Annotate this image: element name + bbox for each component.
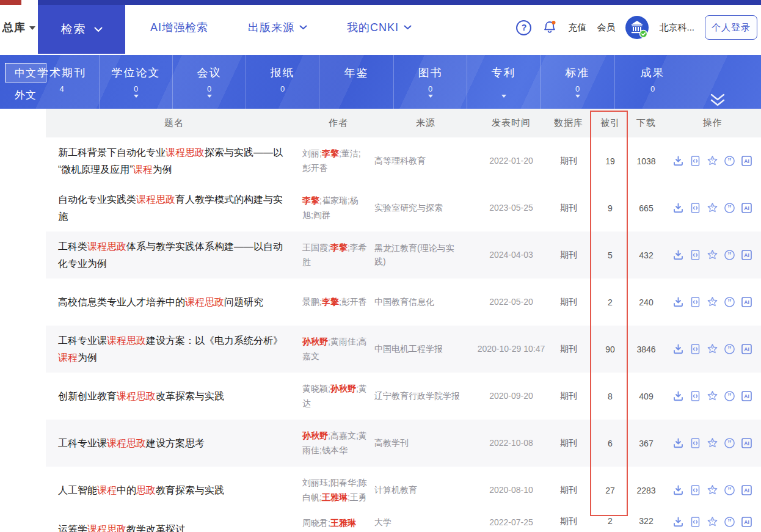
category-tab-8[interactable]: 成果 0 (615, 55, 690, 109)
favorite-star-icon[interactable] (707, 249, 718, 261)
source-link[interactable]: 计算机教育 (374, 484, 477, 497)
download-icon[interactable] (672, 484, 684, 496)
notification-bell-icon[interactable] (542, 20, 558, 35)
column-header-4[interactable]: 数据库 (545, 117, 592, 129)
library-scope-dropdown[interactable]: 总库 (0, 0, 38, 55)
authors[interactable]: 周晓君;王雅琳 (302, 516, 374, 530)
cited-count[interactable]: 27 (592, 486, 628, 495)
ai-assistant-icon[interactable]: AI (741, 202, 752, 214)
paper-title-link[interactable]: 创新创业教育课程思政改革探索与实践 (46, 383, 302, 410)
authors[interactable]: 李擎;崔家瑞;杨旭;阎群 (302, 194, 374, 222)
top-nav-link-1[interactable]: 出版来源 (248, 20, 307, 35)
source-link[interactable]: 实验室研究与探索 (374, 202, 477, 215)
top-nav-link-2[interactable]: 我的CNKI (347, 20, 412, 35)
paper-title-link[interactable]: 运筹学课程思政教学改革探讨 (46, 516, 302, 532)
language-tab[interactable]: 外文 (5, 85, 46, 104)
paper-title-link[interactable]: 工科专业课课程思政建设方案思考 (46, 430, 302, 457)
authors[interactable]: 孙秋野;黄雨佳;高嘉文 (302, 335, 374, 363)
download-icon[interactable] (672, 202, 684, 214)
column-header-0[interactable]: 题名 (46, 117, 302, 129)
favorite-star-icon[interactable] (707, 484, 718, 496)
html-read-icon[interactable] (690, 296, 701, 308)
source-link[interactable]: 大学 (374, 516, 477, 530)
authors[interactable]: 景鹏;李擎;彭开香 (302, 295, 374, 309)
institution-logo[interactable] (625, 16, 649, 39)
source-link[interactable]: 中国电机工程学报 (374, 343, 477, 356)
help-icon[interactable]: ? (516, 20, 531, 35)
html-read-icon[interactable] (690, 155, 701, 167)
ai-assistant-icon[interactable]: AI (741, 249, 752, 261)
member-link[interactable]: 会员 (597, 22, 615, 34)
cited-count[interactable]: 2 (592, 297, 628, 307)
favorite-star-icon[interactable] (707, 390, 718, 402)
ai-assistant-icon[interactable]: AI (741, 516, 752, 528)
category-tab-7[interactable]: 标准 0 (541, 55, 615, 109)
authors[interactable]: 王国霞;李擎;李希胜 (302, 241, 374, 269)
cited-count[interactable]: 6 (592, 439, 628, 448)
cited-count[interactable]: 90 (592, 344, 628, 354)
ai-assistant-icon[interactable]: AI (741, 437, 752, 449)
personal-login-button[interactable]: 个人登录 (705, 15, 757, 40)
download-icon[interactable] (672, 155, 684, 167)
source-link[interactable]: 高教学刊 (374, 437, 477, 450)
ai-assistant-icon[interactable]: AI (741, 296, 752, 308)
cite-quote-icon[interactable]: ” (724, 437, 735, 449)
authors[interactable]: 孙秋野;高嘉文;黄雨佳;钱本华 (302, 429, 374, 457)
authors[interactable]: 刘丽;李擎;董洁;彭开香 (302, 147, 374, 175)
cite-quote-icon[interactable]: ” (724, 249, 735, 261)
favorite-star-icon[interactable] (707, 202, 718, 214)
category-tab-6[interactable]: 专利 (467, 55, 541, 109)
tab-search-active[interactable]: 检索 (38, 5, 125, 54)
recharge-link[interactable]: 充值 (568, 22, 586, 34)
html-read-icon[interactable] (690, 437, 701, 449)
cite-quote-icon[interactable]: ” (724, 202, 735, 214)
html-read-icon[interactable] (690, 484, 701, 496)
top-nav-link-0[interactable]: AI增强检索 (150, 20, 208, 35)
authors[interactable]: 黄晓颖;孙秋野;黄达 (302, 382, 374, 410)
column-header-3[interactable]: 发表时间 (477, 117, 545, 129)
column-header-2[interactable]: 来源 (374, 117, 477, 129)
column-header-1[interactable]: 作者 (302, 117, 374, 129)
column-header-5[interactable]: 被引 (592, 117, 628, 129)
institution-name[interactable]: 北京科... (659, 22, 694, 34)
ai-assistant-icon[interactable]: AI (741, 155, 752, 167)
download-icon[interactable] (672, 296, 684, 308)
category-tab-2[interactable]: 会议 0 (173, 55, 246, 109)
cite-quote-icon[interactable]: ” (724, 343, 735, 355)
cite-quote-icon[interactable]: ” (724, 296, 735, 308)
cited-count[interactable]: 2 (592, 516, 628, 526)
download-icon[interactable] (672, 516, 684, 528)
favorite-star-icon[interactable] (707, 155, 718, 167)
category-tab-4[interactable]: 年鉴 (319, 55, 394, 109)
paper-title-link[interactable]: 自动化专业实践类课程思政育人教学模式的构建与实施 (46, 186, 302, 230)
html-read-icon[interactable] (690, 516, 701, 528)
favorite-star-icon[interactable] (707, 516, 718, 528)
language-tab[interactable]: 中文 (5, 63, 46, 82)
source-link[interactable]: 辽宁教育行政学院学报 (374, 390, 477, 403)
download-icon[interactable] (672, 343, 684, 355)
paper-title-link[interactable]: 高校信息类专业人才培养中的课程思政问题研究 (46, 289, 302, 316)
cite-quote-icon[interactable]: ” (724, 484, 735, 496)
favorite-star-icon[interactable] (707, 296, 718, 308)
cite-quote-icon[interactable]: ” (724, 516, 735, 528)
authors[interactable]: 刘丽珏;阳春华;陈白帆;王雅琳;王勇 (302, 476, 374, 504)
cited-count[interactable]: 19 (592, 156, 628, 166)
column-header-6[interactable]: 下载 (628, 117, 664, 129)
ai-assistant-icon[interactable]: AI (741, 484, 752, 496)
favorite-star-icon[interactable] (707, 437, 718, 449)
source-link[interactable]: 黑龙江教育(理论与实践) (374, 242, 477, 268)
html-read-icon[interactable] (690, 249, 701, 261)
column-header-7[interactable]: 操作 (664, 117, 761, 129)
paper-title-link[interactable]: 新工科背景下自动化专业课程思政探索与实践——以“微机原理及应用”课程为例 (46, 139, 302, 183)
cite-quote-icon[interactable]: ” (724, 390, 735, 402)
source-link[interactable]: 中国教育信息化 (374, 296, 477, 309)
paper-title-link[interactable]: 工科类课程思政体系与教学实践体系构建——以自动化专业为例 (46, 233, 302, 277)
html-read-icon[interactable] (690, 343, 701, 355)
download-icon[interactable] (672, 437, 684, 449)
ai-assistant-icon[interactable]: AI (741, 390, 752, 402)
favorite-star-icon[interactable] (707, 343, 718, 355)
cited-count[interactable]: 5 (592, 250, 628, 260)
download-icon[interactable] (672, 249, 684, 261)
paper-title-link[interactable]: 工科专业课课程思政建设方案：以《电力系统分析》课程为例 (46, 327, 302, 371)
html-read-icon[interactable] (690, 202, 701, 214)
